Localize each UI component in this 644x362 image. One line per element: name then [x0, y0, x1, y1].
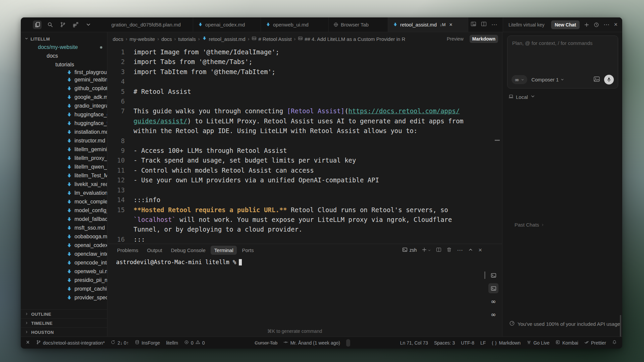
remote-indicator[interactable]: [25, 340, 30, 346]
past-chats-link[interactable]: Past Chats: [515, 222, 544, 228]
file-msft_sso.md[interactable]: msft_sso.md: [21, 224, 107, 232]
link-url[interactable]: guides/assist/: [133, 117, 187, 125]
search-icon[interactable]: [46, 20, 54, 29]
file-oobabooga.md[interactable]: oobabooga.md: [21, 232, 107, 241]
tab-Browser Tab[interactable]: Browser Tab: [329, 17, 388, 32]
git-branch[interactable]: docs/retool-assist-integration*: [36, 340, 105, 346]
new-chat-button[interactable]: New Chat: [551, 20, 580, 29]
panel-tab-output[interactable]: Output: [143, 246, 166, 255]
link-url[interactable]: https://docs.retool.com/apps/: [348, 107, 460, 115]
chat-scrollbar[interactable]: [620, 315, 621, 337]
markdown-mode-button[interactable]: Markdown: [470, 35, 498, 43]
panel-tab-terminal[interactable]: Terminal: [211, 246, 237, 255]
file-model_config_proxy.md[interactable]: model_config_proxy.md: [21, 206, 107, 215]
chevron-down-icon[interactable]: [84, 20, 93, 29]
file-litellm_Test_Multiple_Pr...[interactable]: litellm_Test_Multiple_Pr...: [21, 171, 107, 180]
maximize-panel-icon[interactable]: [468, 247, 473, 253]
folder-docs[interactable]: docs: [21, 52, 107, 60]
project-header[interactable]: LITELLM: [21, 35, 107, 43]
close-panel-icon[interactable]: ×: [614, 21, 618, 28]
split-terminal-icon[interactable]: [436, 247, 441, 253]
context-selector[interactable]: Local: [508, 94, 622, 100]
file-lm_evaluation_harness...[interactable]: lm_evaluation_harness...: [21, 189, 107, 197]
folder-tutorials[interactable]: tutorials: [21, 60, 107, 69]
breadcrumb-item[interactable]: my-website: [129, 36, 155, 42]
file-installation.md[interactable]: installation.md: [21, 128, 107, 136]
kill-terminal-icon[interactable]: [446, 247, 452, 253]
terminal-session-infinity[interactable]: ∞: [488, 309, 498, 319]
more-actions-icon[interactable]: ⋯: [491, 21, 497, 28]
insforge-status[interactable]: InsForge: [135, 340, 160, 346]
attach-image-icon[interactable]: [593, 76, 600, 84]
kombai[interactable]: Kombai: [555, 340, 578, 346]
file-github_copilot_integrati...[interactable]: github_copilot_integrati...: [21, 84, 107, 93]
model-selector[interactable]: ∞: [512, 75, 527, 84]
terminal-body[interactable]: astrodevil@Astro-Mac-mini litellm % ⌘K t…: [107, 256, 502, 337]
file-livekit_xai_realtime.md[interactable]: livekit_xai_realtime.md: [21, 180, 107, 189]
file-google_adk.md[interactable]: google_adk.md: [21, 93, 107, 102]
git-blame[interactable]: Mr. Ånand (1 week ago): [283, 340, 340, 346]
terminal-more-icon[interactable]: ⋯: [457, 247, 463, 254]
tab-openweb_ui.md[interactable]: openweb_ui.md: [261, 17, 329, 32]
split-editor-icon[interactable]: [481, 21, 487, 28]
shell-indicator[interactable]: zsh: [402, 247, 417, 253]
sync-changes[interactable]: 2↓ 0↑: [111, 340, 128, 346]
tab-gration_doc_d075fd58.plan.md[interactable]: gration_doc_d075fd58.plan.md: [107, 17, 193, 32]
close-tab-icon[interactable]: ×: [449, 22, 452, 28]
problems-status[interactable]: 00: [184, 340, 205, 346]
open-preview-icon[interactable]: [471, 21, 476, 28]
file-openweb_ui.md[interactable]: openweb_ui.md: [21, 267, 107, 276]
file-first_playground.md[interactable]: first_playground.md: [21, 69, 107, 75]
litellm-status[interactable]: litellm: [166, 340, 178, 346]
encoding[interactable]: UTF-8: [461, 340, 474, 346]
file-huggingface_tutorial.md[interactable]: huggingface_tutorial.md: [21, 119, 107, 128]
file-litellm_proxy_aporia.md[interactable]: litellm_proxy_aporia.md: [21, 154, 107, 163]
breadcrumb-item[interactable]: ## 4. Add LiteLLM as a Custom Provider i…: [298, 36, 405, 42]
folder-docs-my-website[interactable]: docs/my-website: [21, 43, 107, 52]
add-chat-icon[interactable]: [584, 22, 589, 27]
file-litellm_gemini_cli.md[interactable]: litellm_gemini_cli.md: [21, 145, 107, 154]
files-icon[interactable]: [33, 20, 42, 29]
source-control-icon[interactable]: [58, 20, 67, 29]
file-presidio_pii_masking.md[interactable]: presidio_pii_masking.md: [21, 276, 107, 285]
sidebar-section-timeline[interactable]: TIMELINE: [21, 318, 107, 327]
chat-input-box[interactable]: Plan, @ for context, / for commands ∞ Co…: [507, 36, 618, 88]
breadcrumb-item[interactable]: docs: [161, 36, 172, 42]
notifications[interactable]: [612, 340, 617, 346]
file-gemini_realtime_with_a...[interactable]: gemini_realtime_with_a...: [21, 75, 107, 84]
panel-tab-ports[interactable]: Ports: [238, 246, 257, 255]
language-mode[interactable]: { }Markdown: [492, 340, 521, 346]
file-litellm_qwen_code_cli.md[interactable]: litellm_qwen_code_cli.md: [21, 163, 107, 171]
close-panel-icon[interactable]: ×: [478, 247, 482, 254]
breadcrumb-item[interactable]: # Retool Assist: [252, 36, 291, 42]
file-openclaw_integration.md[interactable]: openclaw_integration.md: [21, 250, 107, 258]
file-model_fallbacks.md[interactable]: model_fallbacks.md: [21, 215, 107, 224]
breadcrumb-item[interactable]: docs: [113, 36, 123, 42]
indentation[interactable]: Spaces: 3: [434, 340, 455, 346]
sidebar-section-outline[interactable]: OUTLINE: [21, 309, 107, 318]
file-mock_completion.md[interactable]: mock_completion.md: [21, 197, 107, 206]
file-instructor.md[interactable]: instructor.md: [21, 136, 107, 145]
tab-retool_assist.md[interactable]: retool_assist.md↓M×: [388, 17, 468, 32]
eol-sequence[interactable]: LF: [480, 340, 486, 346]
search-indicator[interactable]: [346, 339, 350, 347]
prettier[interactable]: Prettier: [584, 340, 606, 346]
breadcrumb-item[interactable]: retool_assist.md: [202, 36, 245, 42]
new-terminal-button[interactable]: [422, 247, 431, 253]
file-huggingface_codellama...[interactable]: huggingface_codellama...: [21, 110, 107, 119]
composer-selector[interactable]: Composer 1: [531, 77, 564, 82]
sidebar-section-houston[interactable]: HOUSTON: [21, 327, 107, 337]
panel-tab-problems[interactable]: Problems: [113, 246, 142, 255]
terminal-session-terminal[interactable]: [488, 270, 498, 280]
file-gradio_integration.md[interactable]: gradio_integration.md: [21, 102, 107, 110]
breadcrumb-item[interactable]: tutorials: [178, 36, 196, 42]
microphone-icon[interactable]: [604, 75, 614, 84]
panel-tab-debug-console[interactable]: Debug Console: [167, 246, 209, 255]
terminal-scrollbar[interactable]: [484, 272, 485, 279]
terminal-session-infinity[interactable]: ∞: [488, 296, 498, 306]
tab-openai_codex.md[interactable]: openai_codex.md: [193, 17, 261, 32]
extensions-icon[interactable]: [71, 20, 80, 29]
file-prompt_caching.md[interactable]: prompt_caching.md: [21, 285, 107, 293]
go-live[interactable]: Go Live: [527, 340, 549, 346]
cursor-position[interactable]: Ln 71, Col 73: [400, 340, 428, 346]
